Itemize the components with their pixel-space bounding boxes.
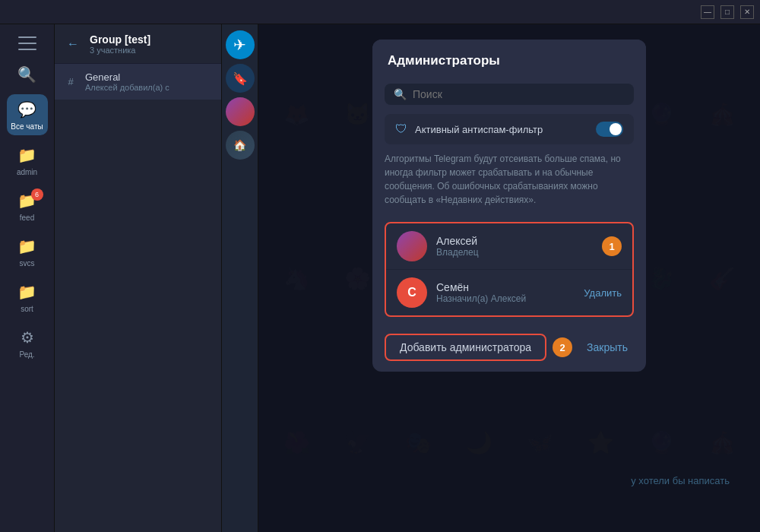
sidebar-item-svcs[interactable]: 📁 svcs <box>7 231 48 272</box>
folder-icon-4: 📁 <box>17 281 38 302</box>
admin-item-semen[interactable]: С Семён Назначил(а) Алексей Удалить <box>386 269 632 315</box>
admin-avatar-aleksei <box>397 231 427 261</box>
chat-item-info: General Алексей добавил(а) с <box>85 71 212 92</box>
channel-hash-icon: # <box>64 75 78 89</box>
settings-icon: ⚙ <box>17 327 38 348</box>
nav-search[interactable]: 🔍 <box>7 59 48 90</box>
search-input[interactable] <box>413 88 625 100</box>
admins-modal: Администраторы 🔍 🛡 Активный антиспам-фил… <box>372 40 646 372</box>
feed-badge: 6 <box>31 188 43 201</box>
avatars-column: ✈ 🔖 🏠 <box>222 24 258 532</box>
delete-admin-button[interactable]: Удалить <box>584 287 622 299</box>
modal-footer: Добавить администратора 2 Закрыть <box>372 323 646 372</box>
sidebar-item-red[interactable]: ⚙ Ред. <box>7 322 48 363</box>
chat-item-preview: Алексей добавил(а) с <box>85 83 192 92</box>
avatar-user-2[interactable]: 🏠 <box>226 131 255 160</box>
sidebar-item-sort[interactable]: 📁 sort <box>7 277 48 318</box>
admin-item-aleksei[interactable]: Алексей Владелец 1 <box>386 223 632 269</box>
admin-role-aleksei: Владелец <box>436 247 593 258</box>
admins-section: Алексей Владелец 1 С Семён Назначил(а) А… <box>385 222 634 317</box>
sidebar-item-label: feed <box>20 214 34 222</box>
search-box[interactable]: 🔍 <box>385 84 634 105</box>
close-modal-button[interactable]: Закрыть <box>581 335 634 359</box>
step-1-badge: 1 <box>602 236 622 256</box>
modal-header: Администраторы <box>372 40 646 78</box>
search-icon: 🔍 <box>394 88 407 100</box>
sidebar-item-label: Все чаты <box>11 122 43 131</box>
nav-menu[interactable] <box>7 32 48 55</box>
sidebar-item-admin[interactable]: 📁 admin <box>7 140 48 181</box>
chat-icon: 💬 <box>17 99 38 120</box>
antispam-row[interactable]: 🛡 Активный антиспам-фильтр <box>385 114 634 144</box>
modal-info-text: Алгоритмы Telegram будут отсеивать больш… <box>385 152 634 207</box>
modal-overlay: Администраторы 🔍 🛡 Активный антиспам-фил… <box>258 24 760 532</box>
sidebar-item-feed[interactable]: 📁 6 feed <box>7 185 48 226</box>
app-container: 🔍 💬 Все чаты 📁 admin 📁 6 feed 📁 svcs 📁 s… <box>0 24 760 532</box>
chat-area: 🦊🐱🦋🌙⭐🎭🔮🎪🦄🌸🎨🎯🌊🦁🐉🎸🌺🦅🎭🌙🦋⭐🔮🎪 у хотели бы нап… <box>258 24 760 532</box>
chat-list-panel: ← Group [test] 3 участника # General Але… <box>55 24 222 532</box>
avatar-user-1[interactable] <box>226 97 255 126</box>
search-icon: 🔍 <box>17 64 38 85</box>
close-button[interactable]: ✕ <box>740 5 754 19</box>
admin-info-semen: Семён Назначил(а) Алексей <box>436 281 575 304</box>
sidebar-item-all-chats[interactable]: 💬 Все чаты <box>7 94 48 135</box>
admin-name-aleksei: Алексей <box>436 235 593 247</box>
window-chrome: — □ ✕ <box>0 0 760 24</box>
shield-icon: 🛡 <box>395 122 407 136</box>
sidebar-item-label: sort <box>21 305 33 313</box>
chat-list-subtitle: 3 участника <box>90 46 150 55</box>
sidebar-item-label: admin <box>17 168 37 176</box>
folder-icon: 📁 <box>17 144 38 166</box>
chat-title-group: Group [test] 3 участника <box>90 33 150 55</box>
modal-title: Администраторы <box>388 53 631 68</box>
chat-list-header: ← Group [test] 3 участника <box>55 24 221 64</box>
chat-item-general[interactable]: # General Алексей добавил(а) с <box>55 64 221 100</box>
admin-name-semen: Семён <box>436 281 575 293</box>
antispam-toggle[interactable] <box>596 122 623 137</box>
sidebar-item-label: Ред. <box>19 350 34 359</box>
chat-item-name: General <box>85 71 212 83</box>
folder-icon-3: 📁 <box>17 236 38 257</box>
minimize-button[interactable]: — <box>701 5 714 19</box>
restore-button[interactable]: □ <box>720 5 734 19</box>
menu-icon <box>18 36 36 50</box>
icon-nav: 🔍 💬 Все чаты 📁 admin 📁 6 feed 📁 svcs 📁 s… <box>0 24 55 532</box>
avatar-bookmark[interactable]: 🔖 <box>226 64 255 93</box>
antispam-label: Активный антиспам-фильтр <box>415 124 588 135</box>
admin-avatar-semen: С <box>397 277 427 308</box>
add-admin-button[interactable]: Добавить администратора <box>385 334 546 361</box>
add-admin-container: Добавить администратора 2 <box>385 334 572 361</box>
step-2-badge: 2 <box>553 337 572 357</box>
chat-list-title: Group [test] <box>90 33 150 46</box>
admin-role-semen: Назначил(а) Алексей <box>436 293 575 304</box>
avatar-telegram[interactable]: ✈ <box>226 30 255 59</box>
sidebar-item-label: svcs <box>20 259 35 268</box>
admin-info-aleksei: Алексей Владелец <box>436 235 593 258</box>
back-button[interactable]: ← <box>64 34 82 54</box>
